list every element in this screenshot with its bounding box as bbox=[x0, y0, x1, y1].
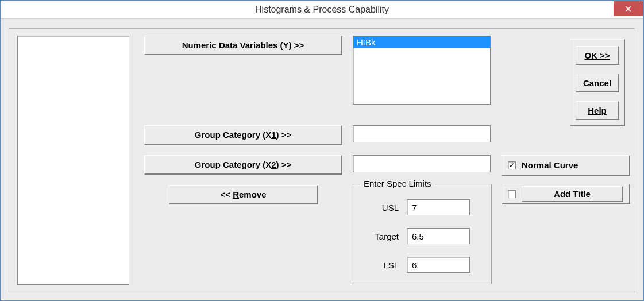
add-title-checkbox[interactable] bbox=[508, 190, 516, 198]
group-category-x2-field[interactable] bbox=[353, 155, 491, 172]
spec-limits-group: Enter Spec Limits USL Target LSL bbox=[352, 184, 492, 284]
titlebar: Histograms & Process Capability bbox=[1, 1, 643, 19]
group-category-x1-field[interactable] bbox=[353, 125, 491, 142]
client-area: Numeric Data Variables (Y) >> HtBk OK >>… bbox=[1, 19, 643, 300]
group-category-x1-button[interactable]: Group Category (X1) >> bbox=[144, 125, 342, 145]
group-category-x2-button[interactable]: Group Category (X2) >> bbox=[144, 155, 342, 175]
close-icon bbox=[625, 6, 631, 12]
button-label: Group Category (X2) >> bbox=[195, 160, 291, 169]
button-label: Numeric Data Variables (Y) >> bbox=[182, 40, 304, 50]
numeric-data-variables-button[interactable]: Numeric Data Variables (Y) >> bbox=[144, 36, 342, 55]
target-label: Target bbox=[352, 231, 407, 241]
normal-curve-checkbox[interactable]: ✓ bbox=[508, 161, 516, 169]
remove-button[interactable]: << Remove bbox=[169, 185, 318, 204]
cancel-button[interactable]: Cancel bbox=[576, 74, 619, 92]
button-label: Group Category (X1) >> bbox=[195, 130, 291, 140]
normal-curve-label: Normal Curve bbox=[522, 160, 578, 170]
window-title: Histograms & Process Capability bbox=[1, 5, 643, 15]
ok-button[interactable]: OK >> bbox=[576, 46, 619, 65]
target-field[interactable] bbox=[407, 228, 470, 244]
source-variable-list[interactable] bbox=[17, 36, 129, 285]
inner-panel: Numeric Data Variables (Y) >> HtBk OK >>… bbox=[9, 28, 635, 292]
usl-field[interactable] bbox=[407, 199, 470, 215]
lsl-label: LSL bbox=[352, 260, 407, 270]
list-item[interactable]: HtBk bbox=[353, 36, 490, 48]
help-button[interactable]: Help bbox=[576, 101, 619, 120]
normal-curve-row[interactable]: ✓ Normal Curve bbox=[502, 155, 630, 176]
usl-label: USL bbox=[352, 203, 407, 213]
close-button[interactable] bbox=[614, 1, 643, 16]
add-title-button[interactable]: Add Title bbox=[522, 186, 623, 202]
button-label: << Remove bbox=[220, 190, 266, 199]
spec-limits-legend: Enter Spec Limits bbox=[360, 179, 435, 188]
dialog-window: Histograms & Process Capability Numeric … bbox=[0, 0, 644, 301]
add-title-row: Add Title bbox=[502, 184, 630, 204]
lsl-field[interactable] bbox=[407, 257, 470, 273]
y-variable-list[interactable]: HtBk bbox=[353, 36, 491, 105]
